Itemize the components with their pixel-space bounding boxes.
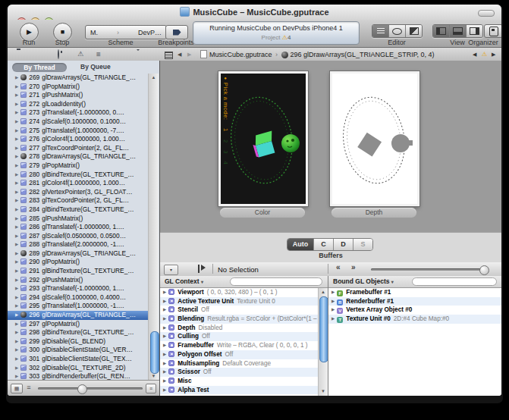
search-navigator-icon[interactable] [58,50,59,58]
gl-call-row[interactable]: ▶288glTranslatef(2.0000000, -1.… [8,240,149,249]
table-row[interactable]: ▶Viewport( 0, 0, 320, 480 ) – ( 0, 1 ) [160,288,319,297]
call-scrubber-knob[interactable] [479,265,489,275]
issue-forward-icon[interactable]: ▶ [492,50,495,58]
window-titlebar[interactable]: MusicCube – MusicCube.gputrace [8,5,501,20]
buffers-color-button[interactable]: C [314,239,334,250]
gl-call-row[interactable]: ▶295glTranslatef(1.0000000, -1.… [8,302,149,311]
depth-buffer-label[interactable]: Depth [331,208,416,218]
sidebar-scrollbar[interactable]: ▲ ▼ [148,74,159,381]
debug-popup-button[interactable]: ▾ [164,265,178,275]
table-row[interactable]: ▶RRenderbuffer #1 [328,297,501,306]
frame-scrubber-track[interactable] [38,387,143,390]
table-row[interactable]: ▶TTexture Unit #02D:#4 Cube Map:#0 [328,315,501,324]
gl-call-row[interactable]: ▶291glBindTexture(GL_TEXTURE_… [8,267,149,276]
jump-next-icon[interactable]: » [351,263,356,272]
debug-navigator-icon[interactable]: ≡ [96,50,101,58]
gl-call-row[interactable]: ▶286glTranslatef(-1.0000000, 1.… [8,223,149,232]
gl-call-row[interactable]: ▶270glPopMatrix() [8,83,149,92]
gl-call-row[interactable]: ▶294glScalef(0.1000000, 0.4000… [8,293,149,302]
gl-call-row[interactable]: ▶301glDisableClientState(GL_TEX… [8,355,149,364]
frame-scrubber-knob[interactable] [77,384,87,394]
bound-objects-title[interactable]: Bound GL Objects ▾ [333,277,394,285]
gl-call-row[interactable]: ▶274glScalef(0.1000000, 0.1000… [8,118,149,127]
gl-call-row[interactable]: ▶275glTranslatef(1.0000000, -7.… [8,127,149,136]
gl-call-row[interactable]: ▶292glPushMatrix() [8,276,149,285]
buffers-stencil-button[interactable]: S [353,239,372,250]
gl-call-row[interactable]: ▶298glBindTexture(GL_TEXTURE_… [8,328,149,337]
gl-call-row[interactable]: ▶279glPopMatrix() [8,161,149,171]
gl-context-search-input[interactable] [230,277,322,286]
gl-call-row[interactable]: ▶302glDisable(GL_TEXTURE_2D) [8,364,149,373]
color-buffer-preview[interactable]: ● Pick a mode: 1 2 3 4 [218,71,308,206]
issue-back-icon[interactable]: ◀ [473,50,476,58]
table-row[interactable]: ▶DepthDisabled [160,324,319,333]
issue-count[interactable]: 4 [287,34,291,41]
gl-call-row[interactable]: ▶285glPushMatrix() [8,215,149,224]
breadcrumb-file[interactable]: MusicCube.gputrace [209,51,272,58]
scheme-selector[interactable]: M. › DevP… [85,25,167,39]
breadcrumb-selection[interactable]: 296 glDrawArrays(GL_TRIANGLE_STRIP, 0, 4… [291,51,435,58]
table-row[interactable]: ▶Polygon OffsetOff [160,350,319,359]
table-row[interactable]: ▶FFramebuffer #1 [328,288,501,297]
toolbar-toggle-capsule[interactable] [478,10,495,17]
issue-navigator-icon[interactable]: ⚠ [77,50,83,58]
table-row[interactable]: ▶BlendingResult.rgba = SrcColor + (DstCo… [160,315,319,324]
gl-call-row[interactable]: ▶284glBindTexture(GL_TEXTURE_… [8,205,149,215]
gl-call-row[interactable]: ▶277glTexCoordPointer(2, GL_FL… [8,144,149,153]
table-row[interactable]: ▶ScissorOff [160,368,319,377]
gl-call-row[interactable]: ▶271glPushMatrix() [8,91,149,100]
organizer-button[interactable] [484,24,501,38]
gl-call-row[interactable]: ▶300glDisableClientState(GL_VER… [8,346,149,355]
warning-icon[interactable]: ⚠ [282,34,287,41]
tab-by-queue[interactable]: By Queue [80,63,111,71]
sidebar-scroll-thumb[interactable] [150,331,159,374]
scroll-up-icon[interactable]: ▲ [319,288,328,296]
scroll-down-icon[interactable]: ▼ [319,387,328,396]
gl-context-scrollbar[interactable]: ▲ ▼ [318,288,328,396]
gl-call-row[interactable]: ▶287glScalef(0.0500000, 0.0500… [8,232,149,241]
gl-call-row[interactable]: ▶281glColor4f(1.0000000, 1.000… [8,179,149,188]
show-navigator-button[interactable] [433,25,450,37]
related-items-icon[interactable] [165,50,173,59]
buffers-depth-button[interactable]: D [334,239,353,250]
table-row[interactable]: ▶CullingOff [160,332,319,341]
panel-divider[interactable] [328,276,328,396]
buffers-auto-button[interactable]: Auto [287,239,314,250]
gl-call-row[interactable]: ▶297glPopMatrix() [8,320,149,329]
jumpbar-forward-icon[interactable]: ▶ [187,50,191,58]
gl-call-row[interactable]: ▶269glDrawArrays(GL_TRIANGLE_… [8,74,149,83]
gl-call-row[interactable]: ▶289glDrawArrays(GL_TRIANGLE_… [8,249,149,259]
show-utilities-button[interactable] [467,25,482,37]
table-row[interactable]: ▶StencilOff [160,306,319,315]
gl-call-row[interactable]: ▶282glVertexPointer(3, GL_FLOAT… [8,188,149,197]
standard-editor-button[interactable] [372,25,389,37]
tab-by-thread[interactable]: By Thread [12,63,67,72]
list-style-icon[interactable]: ≡ [24,384,34,392]
jumpbar-back-icon[interactable]: ◀ [178,50,181,58]
table-row[interactable]: ▶Alpha Test [160,386,319,395]
step-draw-call-icon[interactable] [198,265,200,274]
depth-buffer-preview[interactable] [330,71,419,206]
jump-prev-icon[interactable]: « [336,263,341,272]
gl-call-row[interactable]: ▶290glPopMatrix() [8,258,149,267]
table-row[interactable]: ▶FramebufferWrite – RGBA, Clear ( 0, 0, … [160,341,319,350]
gl-call-row[interactable]: ▶299glDisable(GL_BLEND) [8,337,149,346]
flatten-toggle-button[interactable]: ▦ [11,384,23,393]
bound-objects-search-input[interactable] [412,277,497,286]
call-scrubber-track[interactable] [371,268,488,271]
breakpoints-button[interactable] [165,25,188,39]
gl-call-row[interactable]: ▶280glBindTexture(GL_TEXTURE_… [8,171,149,180]
table-row[interactable]: ▶MultisamplingDefault Coverage [160,359,319,368]
table-row[interactable]: ▶Active Texture UnitTexture Unit 0 [160,297,319,306]
scheme-segment-left[interactable]: M. [90,29,98,36]
color-buffer-label[interactable]: Color [220,208,305,218]
version-editor-button[interactable] [406,25,422,37]
gl-call-row[interactable]: ▶283glTexCoordPointer(2, GL_FL… [8,196,149,205]
issue-warning-icon[interactable]: ⚠ [482,50,487,58]
show-debug-area-button[interactable] [450,25,467,37]
assistant-editor-button[interactable] [389,25,406,37]
table-row[interactable]: ▶Misc [160,377,319,386]
gl-call-row[interactable]: ▶293glTranslatef(-1.0000000, 1.… [8,284,149,293]
gl-call-row[interactable]: ▶273glTranslatef(-1.0000000, 0.… [8,108,149,118]
scroll-up-icon[interactable]: ▲ [149,74,159,82]
